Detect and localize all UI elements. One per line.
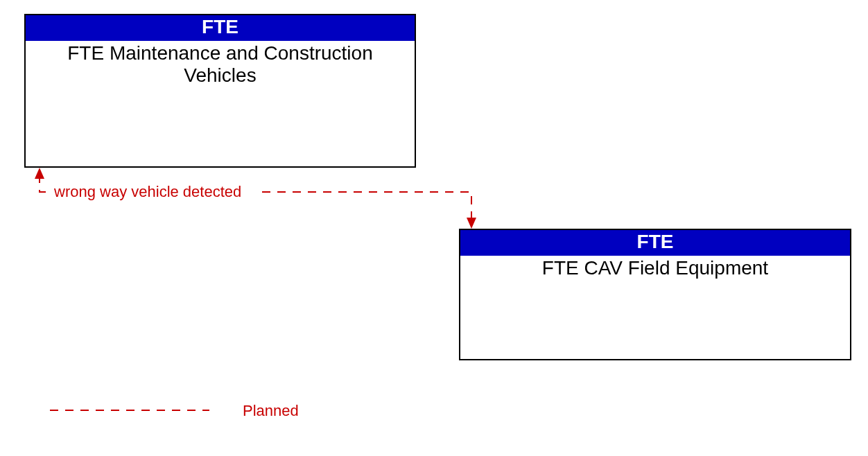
flow-label: wrong way vehicle detected	[54, 183, 241, 201]
entity-box-maintenance-vehicles: FTE FTE Maintenance and Construction Veh…	[24, 14, 416, 168]
arrowhead-down-icon	[467, 218, 476, 229]
entity-title: FTE Maintenance and Construction Vehicle…	[26, 41, 415, 88]
entity-title: FTE CAV Field Equipment	[460, 256, 850, 281]
flow-path-segment-right	[262, 192, 471, 222]
entity-box-cav-field-equipment: FTE FTE CAV Field Equipment	[459, 229, 851, 360]
legend-label-planned: Planned	[243, 402, 299, 420]
arrowhead-up-icon	[35, 168, 44, 179]
entity-header: FTE	[460, 230, 850, 256]
flow-path-segment-left	[40, 175, 47, 192]
entity-header: FTE	[26, 15, 415, 41]
